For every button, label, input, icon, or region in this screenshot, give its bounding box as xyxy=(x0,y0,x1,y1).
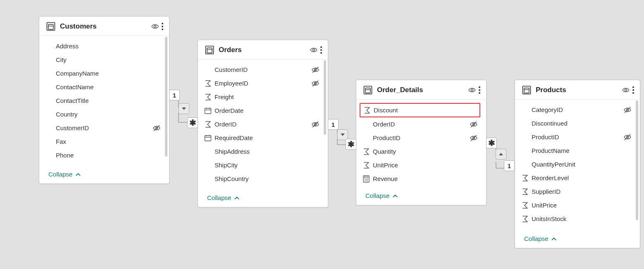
sigma-icon xyxy=(204,120,212,129)
collapse-button[interactable]: Collapse xyxy=(39,167,169,183)
sigma-icon xyxy=(204,79,212,88)
field-phone[interactable]: Phone xyxy=(56,148,161,162)
field-orderid[interactable]: OrderID xyxy=(373,117,478,131)
field-shipcountry[interactable]: ShipCountry xyxy=(215,172,320,186)
collapse-button[interactable]: Collapse xyxy=(515,231,640,248)
hidden-icon xyxy=(470,134,478,142)
field-reorderlevel[interactable]: ReorderLevel xyxy=(532,171,632,185)
table-header[interactable]: Order_Details xyxy=(356,80,486,100)
cardinality-one: 1 xyxy=(169,90,180,100)
field-employeeid[interactable]: EmployeeID xyxy=(215,76,320,90)
date-icon xyxy=(204,134,212,142)
field-address[interactable]: Address xyxy=(56,39,161,53)
field-contactname[interactable]: ContactName xyxy=(56,80,161,94)
cardinality-one: 1 xyxy=(504,160,515,171)
table-customers[interactable]: Customers Address City CompanyName Conta… xyxy=(39,16,169,184)
chevron-up-icon xyxy=(75,171,81,177)
chevron-up-icon xyxy=(234,195,240,201)
collapse-button[interactable]: Collapse xyxy=(356,188,486,205)
field-city[interactable]: City xyxy=(56,53,161,67)
chevron-up-icon xyxy=(551,236,557,242)
field-revenue[interactable]: Revenue xyxy=(373,172,478,186)
hidden-icon xyxy=(311,120,320,129)
collapse-button[interactable]: Collapse xyxy=(198,190,328,207)
field-country[interactable]: Country xyxy=(56,107,161,121)
table-title: Order_Details xyxy=(377,86,468,94)
table-header[interactable]: Customers xyxy=(39,17,169,36)
field-freight[interactable]: Freight xyxy=(215,90,320,104)
table-icon xyxy=(363,85,373,95)
more-options-icon[interactable] xyxy=(479,86,480,94)
date-icon xyxy=(204,107,212,115)
more-options-icon[interactable] xyxy=(320,46,322,54)
field-shipaddress[interactable]: ShipAddress xyxy=(215,145,320,158)
visibility-icon[interactable] xyxy=(310,46,318,54)
table-icon xyxy=(205,45,215,55)
field-list: Discount OrderID ProductID Quantity Unit… xyxy=(356,100,486,188)
sigma-icon xyxy=(521,201,529,209)
sigma-icon xyxy=(362,161,370,169)
field-fax[interactable]: Fax xyxy=(56,135,161,148)
visibility-icon[interactable] xyxy=(468,86,476,94)
table-products[interactable]: Products CategoryID Discontinued Product… xyxy=(515,80,640,248)
field-list: CustomerID EmployeeID Freight OrderDate … xyxy=(198,60,328,190)
calculator-icon xyxy=(362,175,370,183)
field-list: CategoryID Discontinued ProductID Produc… xyxy=(515,100,640,231)
table-title: Customers xyxy=(60,22,151,31)
field-customerid[interactable]: CustomerID xyxy=(215,63,320,76)
field-orderid[interactable]: OrderID xyxy=(215,117,320,131)
cardinality-many: ✱ xyxy=(486,138,497,148)
sigma-icon xyxy=(521,174,529,182)
field-unitsinstock[interactable]: UnitsInStock xyxy=(532,212,632,226)
more-options-icon[interactable] xyxy=(632,86,634,94)
cardinality-one: 1 xyxy=(328,119,339,130)
table-icon xyxy=(46,21,56,31)
table-header[interactable]: Products xyxy=(515,80,640,100)
chevron-up-icon xyxy=(392,193,398,199)
cardinality-many: ✱ xyxy=(346,139,356,150)
field-productname[interactable]: ProductName xyxy=(532,144,632,157)
scrollbar[interactable] xyxy=(636,100,638,220)
field-quantity[interactable]: Quantity xyxy=(373,145,478,158)
visibility-icon[interactable] xyxy=(622,86,630,94)
table-title: Orders xyxy=(219,46,310,54)
scrollbar[interactable] xyxy=(165,37,167,157)
more-options-icon[interactable] xyxy=(162,23,163,30)
field-orderdate[interactable]: OrderDate xyxy=(215,104,320,117)
sigma-icon xyxy=(362,148,370,156)
sigma-icon xyxy=(521,215,529,223)
table-icon xyxy=(522,85,532,95)
hidden-icon xyxy=(623,106,632,114)
field-quantityperunit[interactable]: QuantityPerUnit xyxy=(532,157,632,171)
filter-direction-icon[interactable] xyxy=(179,103,189,114)
sigma-icon xyxy=(521,188,529,196)
table-order-details[interactable]: Order_Details Discount OrderID ProductID… xyxy=(356,80,487,205)
table-title: Products xyxy=(536,86,622,94)
field-list: Address City CompanyName ContactName Con… xyxy=(39,36,169,167)
hidden-icon xyxy=(153,124,161,132)
scrollbar[interactable] xyxy=(324,60,326,135)
field-supplierid[interactable]: SupplierID xyxy=(532,185,632,198)
field-customerid[interactable]: CustomerID xyxy=(56,121,161,135)
hidden-icon xyxy=(311,66,320,74)
sigma-icon xyxy=(204,93,212,101)
hidden-icon xyxy=(623,133,632,141)
hidden-icon xyxy=(470,120,478,129)
cardinality-many: ✱ xyxy=(187,117,198,128)
field-requireddate[interactable]: RequiredDate xyxy=(215,131,320,145)
field-shipcity[interactable]: ShipCity xyxy=(215,158,320,172)
field-categoryid[interactable]: CategoryID xyxy=(532,103,632,117)
table-header[interactable]: Orders xyxy=(198,40,328,60)
field-unitprice[interactable]: UnitPrice xyxy=(373,158,478,172)
field-discontinued[interactable]: Discontinued xyxy=(532,117,632,130)
visibility-icon[interactable] xyxy=(151,22,159,31)
filter-direction-icon[interactable] xyxy=(496,149,506,159)
field-productid[interactable]: ProductID xyxy=(532,130,632,144)
field-productid[interactable]: ProductID xyxy=(373,131,478,145)
field-discount[interactable]: Discount xyxy=(360,103,480,117)
sigma-icon xyxy=(363,106,371,114)
field-companyname[interactable]: CompanyName xyxy=(56,67,161,80)
table-orders[interactable]: Orders CustomerID EmployeeID Freight Ord… xyxy=(198,40,328,207)
field-contacttitle[interactable]: ContactTitle xyxy=(56,94,161,107)
field-unitprice[interactable]: UnitPrice xyxy=(532,198,632,212)
